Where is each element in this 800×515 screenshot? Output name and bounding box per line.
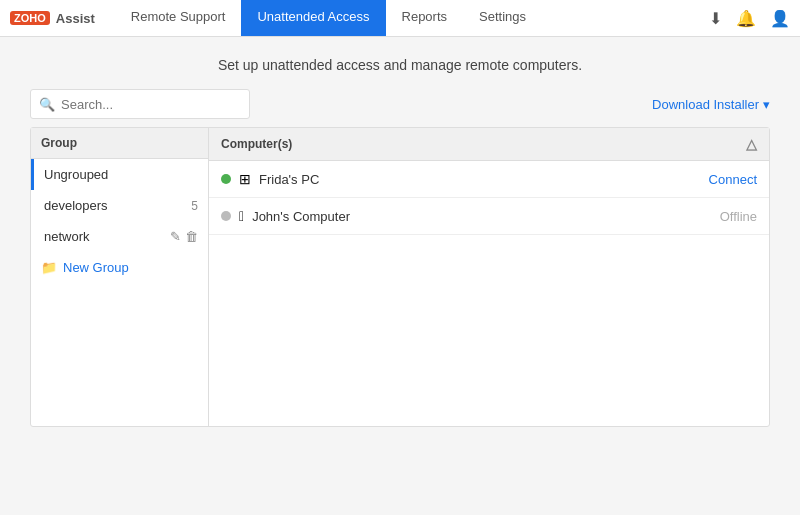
- logo-box: ZOHO: [10, 11, 50, 25]
- search-icon: 🔍: [39, 97, 55, 112]
- status-dot-online: [221, 174, 231, 184]
- download-icon[interactable]: ⬇: [709, 9, 722, 28]
- logo-name: Assist: [56, 11, 95, 26]
- app-logo: ZOHO Assist: [10, 11, 95, 26]
- computers-pane: Computer(s) △ ⊞ Frida's PC Connect  Joh…: [209, 128, 769, 426]
- group-sidebar: Group Ungrouped developers 5 network ✎ 🗑…: [31, 128, 209, 426]
- group-item-ungrouped[interactable]: Ungrouped: [31, 159, 208, 190]
- chevron-down-icon: ▾: [763, 97, 770, 112]
- page-content: Set up unattended access and manage remo…: [0, 37, 800, 515]
- folder-icon: 📁: [41, 260, 57, 275]
- edit-group-icon[interactable]: ✎: [170, 229, 181, 244]
- app-header: ZOHO Assist Remote Support Unattended Ac…: [0, 0, 800, 37]
- apple-icon: : [239, 208, 244, 224]
- computers-column-header: Computer(s) △: [209, 128, 769, 161]
- nav-item-unattended-access[interactable]: Unattended Access: [241, 0, 385, 36]
- group-item-network[interactable]: network ✎ 🗑: [31, 221, 208, 252]
- nav-item-settings[interactable]: Settings: [463, 0, 542, 36]
- new-group-label: New Group: [63, 260, 129, 275]
- search-box: 🔍: [30, 89, 250, 119]
- page-subtitle: Set up unattended access and manage remo…: [30, 57, 770, 73]
- computer-name-fridas-pc: Frida's PC: [259, 172, 709, 187]
- download-installer-button[interactable]: Download Installer ▾: [652, 97, 770, 112]
- group-count-developers: 5: [191, 199, 198, 213]
- new-group-button[interactable]: 📁 New Group: [31, 252, 208, 283]
- download-installer-label: Download Installer: [652, 97, 759, 112]
- group-network-actions: ✎ 🗑: [170, 229, 198, 244]
- nav-item-remote-support[interactable]: Remote Support: [115, 0, 242, 36]
- computer-name-johns-computer: John's Computer: [252, 209, 720, 224]
- group-name-developers: developers: [44, 198, 191, 213]
- group-column-header: Group: [31, 128, 208, 159]
- status-dot-offline: [221, 211, 231, 221]
- main-table: Group Ungrouped developers 5 network ✎ 🗑…: [30, 127, 770, 427]
- bell-icon[interactable]: 🔔: [736, 9, 756, 28]
- connect-button-fridas-pc[interactable]: Connect: [709, 172, 757, 187]
- computer-row-johns-computer:  John's Computer Offline: [209, 198, 769, 235]
- main-nav: Remote Support Unattended Access Reports…: [115, 0, 709, 36]
- group-name-network: network: [44, 229, 170, 244]
- computer-row-fridas-pc: ⊞ Frida's PC Connect: [209, 161, 769, 198]
- windows-icon: ⊞: [239, 171, 251, 187]
- offline-label-johns-computer: Offline: [720, 209, 757, 224]
- group-item-developers[interactable]: developers 5: [31, 190, 208, 221]
- toolbar: 🔍 Download Installer ▾: [30, 89, 770, 119]
- user-icon[interactable]: 👤: [770, 9, 790, 28]
- nav-item-reports[interactable]: Reports: [386, 0, 464, 36]
- group-name-ungrouped: Ungrouped: [44, 167, 198, 182]
- header-right: ⬇ 🔔 👤: [709, 9, 790, 28]
- delete-group-icon[interactable]: 🗑: [185, 229, 198, 244]
- filter-icon[interactable]: △: [746, 136, 757, 152]
- search-input[interactable]: [61, 97, 241, 112]
- computers-header-label: Computer(s): [221, 137, 292, 151]
